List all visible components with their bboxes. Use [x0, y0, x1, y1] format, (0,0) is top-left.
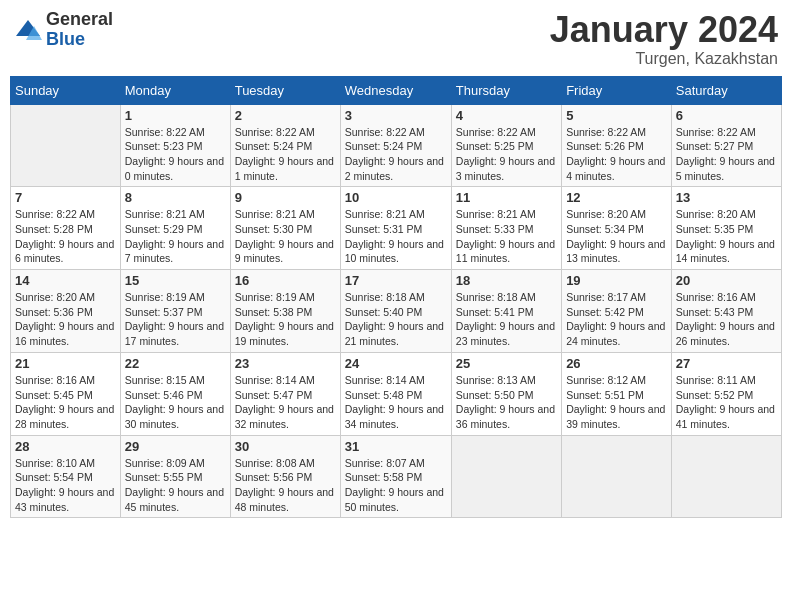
day-info: Sunrise: 8:22 AMSunset: 5:24 PMDaylight:…	[345, 125, 447, 184]
day-info: Sunrise: 8:18 AMSunset: 5:41 PMDaylight:…	[456, 290, 557, 349]
day-number: 2	[235, 108, 336, 123]
calendar-cell	[562, 435, 672, 518]
day-number: 19	[566, 273, 667, 288]
calendar-cell: 2Sunrise: 8:22 AMSunset: 5:24 PMDaylight…	[230, 104, 340, 187]
day-info: Sunrise: 8:21 AMSunset: 5:29 PMDaylight:…	[125, 207, 226, 266]
calendar-cell: 9Sunrise: 8:21 AMSunset: 5:30 PMDaylight…	[230, 187, 340, 270]
day-info: Sunrise: 8:15 AMSunset: 5:46 PMDaylight:…	[125, 373, 226, 432]
page-header: General Blue January 2024 Turgen, Kazakh…	[10, 10, 782, 68]
calendar-week-row: 14Sunrise: 8:20 AMSunset: 5:36 PMDayligh…	[11, 270, 782, 353]
calendar-cell: 10Sunrise: 8:21 AMSunset: 5:31 PMDayligh…	[340, 187, 451, 270]
day-info: Sunrise: 8:21 AMSunset: 5:30 PMDaylight:…	[235, 207, 336, 266]
calendar-cell: 5Sunrise: 8:22 AMSunset: 5:26 PMDaylight…	[562, 104, 672, 187]
day-info: Sunrise: 8:09 AMSunset: 5:55 PMDaylight:…	[125, 456, 226, 515]
day-info: Sunrise: 8:14 AMSunset: 5:48 PMDaylight:…	[345, 373, 447, 432]
calendar-cell: 30Sunrise: 8:08 AMSunset: 5:56 PMDayligh…	[230, 435, 340, 518]
day-info: Sunrise: 8:16 AMSunset: 5:45 PMDaylight:…	[15, 373, 116, 432]
calendar-cell: 6Sunrise: 8:22 AMSunset: 5:27 PMDaylight…	[671, 104, 781, 187]
day-number: 29	[125, 439, 226, 454]
day-info: Sunrise: 8:20 AMSunset: 5:35 PMDaylight:…	[676, 207, 777, 266]
day-number: 15	[125, 273, 226, 288]
calendar-cell: 21Sunrise: 8:16 AMSunset: 5:45 PMDayligh…	[11, 352, 121, 435]
weekday-header: Sunday	[11, 76, 121, 104]
calendar-cell: 16Sunrise: 8:19 AMSunset: 5:38 PMDayligh…	[230, 270, 340, 353]
day-number: 1	[125, 108, 226, 123]
day-info: Sunrise: 8:12 AMSunset: 5:51 PMDaylight:…	[566, 373, 667, 432]
day-info: Sunrise: 8:11 AMSunset: 5:52 PMDaylight:…	[676, 373, 777, 432]
logo-blue-text: Blue	[46, 30, 113, 50]
calendar-cell: 19Sunrise: 8:17 AMSunset: 5:42 PMDayligh…	[562, 270, 672, 353]
logo-icon	[14, 16, 42, 44]
logo: General Blue	[14, 10, 113, 50]
calendar-cell: 23Sunrise: 8:14 AMSunset: 5:47 PMDayligh…	[230, 352, 340, 435]
calendar-week-row: 21Sunrise: 8:16 AMSunset: 5:45 PMDayligh…	[11, 352, 782, 435]
calendar-cell: 12Sunrise: 8:20 AMSunset: 5:34 PMDayligh…	[562, 187, 672, 270]
calendar-subtitle: Turgen, Kazakhstan	[550, 50, 778, 68]
calendar-cell: 20Sunrise: 8:16 AMSunset: 5:43 PMDayligh…	[671, 270, 781, 353]
day-info: Sunrise: 8:22 AMSunset: 5:26 PMDaylight:…	[566, 125, 667, 184]
calendar-cell	[11, 104, 121, 187]
calendar-cell: 17Sunrise: 8:18 AMSunset: 5:40 PMDayligh…	[340, 270, 451, 353]
day-number: 27	[676, 356, 777, 371]
calendar-cell: 3Sunrise: 8:22 AMSunset: 5:24 PMDaylight…	[340, 104, 451, 187]
day-number: 18	[456, 273, 557, 288]
day-number: 17	[345, 273, 447, 288]
day-number: 24	[345, 356, 447, 371]
day-number: 22	[125, 356, 226, 371]
day-number: 11	[456, 190, 557, 205]
calendar-cell: 13Sunrise: 8:20 AMSunset: 5:35 PMDayligh…	[671, 187, 781, 270]
day-info: Sunrise: 8:17 AMSunset: 5:42 PMDaylight:…	[566, 290, 667, 349]
day-number: 14	[15, 273, 116, 288]
calendar-cell: 26Sunrise: 8:12 AMSunset: 5:51 PMDayligh…	[562, 352, 672, 435]
day-info: Sunrise: 8:16 AMSunset: 5:43 PMDaylight:…	[676, 290, 777, 349]
weekday-header: Monday	[120, 76, 230, 104]
day-info: Sunrise: 8:13 AMSunset: 5:50 PMDaylight:…	[456, 373, 557, 432]
day-info: Sunrise: 8:10 AMSunset: 5:54 PMDaylight:…	[15, 456, 116, 515]
day-number: 5	[566, 108, 667, 123]
weekday-header-row: SundayMondayTuesdayWednesdayThursdayFrid…	[11, 76, 782, 104]
day-number: 26	[566, 356, 667, 371]
day-number: 13	[676, 190, 777, 205]
day-info: Sunrise: 8:07 AMSunset: 5:58 PMDaylight:…	[345, 456, 447, 515]
day-number: 8	[125, 190, 226, 205]
calendar-cell: 14Sunrise: 8:20 AMSunset: 5:36 PMDayligh…	[11, 270, 121, 353]
day-info: Sunrise: 8:14 AMSunset: 5:47 PMDaylight:…	[235, 373, 336, 432]
day-number: 9	[235, 190, 336, 205]
day-number: 20	[676, 273, 777, 288]
calendar-cell: 25Sunrise: 8:13 AMSunset: 5:50 PMDayligh…	[451, 352, 561, 435]
day-number: 28	[15, 439, 116, 454]
calendar-cell: 22Sunrise: 8:15 AMSunset: 5:46 PMDayligh…	[120, 352, 230, 435]
calendar-cell: 7Sunrise: 8:22 AMSunset: 5:28 PMDaylight…	[11, 187, 121, 270]
calendar-week-row: 1Sunrise: 8:22 AMSunset: 5:23 PMDaylight…	[11, 104, 782, 187]
day-number: 23	[235, 356, 336, 371]
logo-text: General Blue	[46, 10, 113, 50]
day-number: 16	[235, 273, 336, 288]
day-number: 7	[15, 190, 116, 205]
day-info: Sunrise: 8:22 AMSunset: 5:27 PMDaylight:…	[676, 125, 777, 184]
calendar-cell	[671, 435, 781, 518]
day-info: Sunrise: 8:22 AMSunset: 5:25 PMDaylight:…	[456, 125, 557, 184]
day-info: Sunrise: 8:22 AMSunset: 5:28 PMDaylight:…	[15, 207, 116, 266]
calendar-cell: 1Sunrise: 8:22 AMSunset: 5:23 PMDaylight…	[120, 104, 230, 187]
day-info: Sunrise: 8:19 AMSunset: 5:37 PMDaylight:…	[125, 290, 226, 349]
day-info: Sunrise: 8:21 AMSunset: 5:33 PMDaylight:…	[456, 207, 557, 266]
weekday-header: Wednesday	[340, 76, 451, 104]
logo-general-text: General	[46, 10, 113, 30]
day-number: 30	[235, 439, 336, 454]
calendar-cell: 31Sunrise: 8:07 AMSunset: 5:58 PMDayligh…	[340, 435, 451, 518]
day-number: 12	[566, 190, 667, 205]
calendar-cell: 28Sunrise: 8:10 AMSunset: 5:54 PMDayligh…	[11, 435, 121, 518]
day-info: Sunrise: 8:21 AMSunset: 5:31 PMDaylight:…	[345, 207, 447, 266]
weekday-header: Friday	[562, 76, 672, 104]
weekday-header: Tuesday	[230, 76, 340, 104]
day-number: 4	[456, 108, 557, 123]
calendar-week-row: 28Sunrise: 8:10 AMSunset: 5:54 PMDayligh…	[11, 435, 782, 518]
day-number: 3	[345, 108, 447, 123]
day-number: 6	[676, 108, 777, 123]
calendar-cell: 27Sunrise: 8:11 AMSunset: 5:52 PMDayligh…	[671, 352, 781, 435]
calendar-cell: 11Sunrise: 8:21 AMSunset: 5:33 PMDayligh…	[451, 187, 561, 270]
day-info: Sunrise: 8:18 AMSunset: 5:40 PMDaylight:…	[345, 290, 447, 349]
day-number: 21	[15, 356, 116, 371]
calendar-cell: 18Sunrise: 8:18 AMSunset: 5:41 PMDayligh…	[451, 270, 561, 353]
calendar-cell: 4Sunrise: 8:22 AMSunset: 5:25 PMDaylight…	[451, 104, 561, 187]
